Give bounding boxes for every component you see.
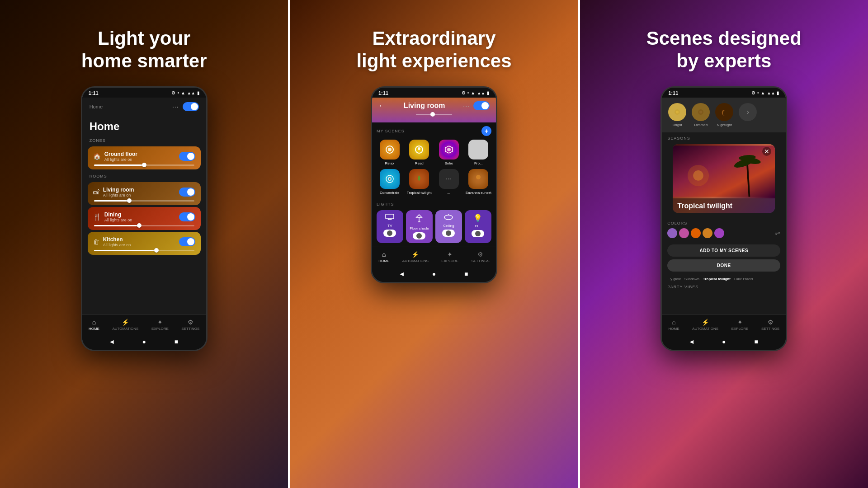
light-tv-toggle[interactable] [383, 230, 396, 237]
scene-relax[interactable]: Relax [377, 140, 403, 165]
room-power-toggle[interactable] [473, 101, 490, 110]
nav-automations-3[interactable]: ⚡ AUTOMATIONS [692, 319, 718, 331]
scene-soho[interactable]: Soho [436, 140, 462, 165]
dining-card[interactable]: 🍴 Dining All lights are on [88, 207, 201, 230]
featured-close-btn[interactable]: ✕ [762, 147, 771, 156]
dining-slider-thumb[interactable] [137, 223, 142, 228]
back-btn-2[interactable]: ◄ [397, 269, 406, 278]
preset-dimmed[interactable]: Dimmed [692, 103, 710, 127]
nav-home-1[interactable]: ⌂ HOME [89, 319, 99, 331]
status-icons-2: ⚙ • ▲ ▲▲ ▮ [462, 90, 490, 95]
light-extra[interactable]: 💡 Fl... [465, 210, 491, 243]
nav-explore-1[interactable]: ✦ EXPLORE [151, 319, 169, 331]
kitchen-slider-fill [94, 250, 156, 251]
ground-floor-card[interactable]: 🏠 Ground floor All lights are on [88, 146, 201, 169]
kitchen-power-toggle[interactable] [179, 237, 195, 246]
mini-scene-4[interactable]: Lake Placid [734, 277, 753, 281]
svg-rect-25 [673, 145, 775, 197]
back-btn-3[interactable]: ◄ [687, 337, 696, 346]
kitchen-card[interactable]: 🗑 Kitchen All lights are on [88, 232, 201, 255]
home-nav-icon-2: ⌂ [382, 251, 386, 258]
home-btn-1[interactable]: ● [140, 337, 149, 346]
scene-frost[interactable]: Fro... [465, 140, 491, 165]
light-extra-toggle[interactable] [472, 230, 484, 237]
room-status-lr: All lights are on [103, 193, 134, 197]
light-ceiling[interactable]: Ceiling [435, 210, 462, 243]
nav-explore-3[interactable]: ✦ EXPLORE [731, 319, 749, 331]
back-btn-1[interactable]: ◄ [107, 337, 116, 346]
add-to-scenes-btn[interactable]: ADD TO MY SCENES [667, 244, 780, 257]
scenes-label: MY SCENES [377, 129, 405, 133]
scenes-grid-row1: Relax Read [377, 140, 491, 165]
shuffle-colors-btn[interactable]: ⇌ [775, 230, 780, 237]
kitchen-slider-track [94, 250, 194, 251]
room-more-options[interactable]: ··· [463, 102, 470, 109]
scene-savanna[interactable]: Savanna sunset [465, 169, 491, 195]
kitchen-slider-thumb[interactable] [154, 248, 159, 253]
room-brightness-slider[interactable] [416, 114, 452, 115]
back-arrow[interactable]: ← [378, 102, 386, 110]
recents-btn-1[interactable]: ■ [172, 337, 181, 346]
room-card-left-gf: 🏠 Ground floor All lights are on [93, 151, 137, 162]
nav-settings-3[interactable]: ⚙ SETTINGS [761, 319, 779, 331]
lr-slider[interactable] [93, 200, 195, 202]
lr-power-toggle[interactable] [179, 188, 195, 197]
light-ceiling-toggle[interactable] [442, 230, 455, 237]
explore-nav-icon-1: ✦ [157, 319, 163, 326]
nav-automations-1[interactable]: ⚡ AUTOMATIONS [113, 319, 139, 331]
nav-explore-2[interactable]: ✦ EXPLORE [441, 251, 458, 263]
living-room-card[interactable]: 🛋 Living room All lights are on [88, 182, 201, 205]
scene-savanna-label: Savanna sunset [466, 191, 491, 195]
brightness-thumb [430, 112, 435, 117]
preset-bright-label: Bright [673, 123, 682, 127]
color-dot-5 [714, 228, 724, 238]
room-status-k: All lights are on [103, 243, 131, 247]
nav-automations-2[interactable]: ⚡ AUTOMATIONS [402, 251, 429, 263]
color-dot-4 [703, 228, 712, 238]
home-power-toggle[interactable] [183, 102, 199, 111]
recents-btn-2[interactable]: ■ [462, 269, 471, 278]
light-floor-shade[interactable]: Floor shade [406, 210, 433, 243]
preset-more[interactable]: › [739, 103, 757, 127]
rooms-label: ROOMS [82, 171, 206, 180]
scene-more-dots[interactable]: ··· ... [436, 169, 462, 195]
dot-icon-3: • [757, 90, 759, 95]
recents-btn-3[interactable]: ■ [752, 337, 761, 346]
nav-settings-1[interactable]: ⚙ SETTINGS [181, 319, 199, 331]
presets-bar: Bright Dimmed [662, 98, 786, 132]
scene-concentrate[interactable]: Concentrate [377, 169, 403, 195]
featured-card[interactable]: ✕ Tropical twilight [673, 144, 775, 213]
done-btn[interactable]: DONE [667, 259, 780, 272]
preset-nightlight[interactable]: Nightlight [715, 103, 733, 127]
colors-section: COLORS ⇌ [662, 218, 786, 241]
scene-tropical-label: Tropical twilight [407, 191, 432, 195]
nav-home-3[interactable]: ⌂ HOME [669, 319, 679, 331]
gf-slider-thumb[interactable] [142, 163, 146, 167]
preset-bright[interactable]: Bright [668, 103, 686, 127]
more-options-icon[interactable]: ··· [172, 103, 179, 110]
light-tv[interactable]: TV [377, 210, 403, 243]
gf-slider[interactable] [93, 164, 195, 166]
home-header: Home ··· [82, 98, 206, 116]
light-floor-shade-toggle[interactable] [413, 232, 425, 239]
scene-tropical[interactable]: Tropical twilight [406, 169, 432, 195]
mini-scene-1[interactable]: ...y glow [667, 277, 680, 281]
home-btn-3[interactable]: ● [719, 337, 728, 346]
preset-night-circle [715, 103, 733, 121]
signal-icon-2: ▲▲ [477, 91, 485, 95]
scene-read[interactable]: Read [406, 140, 432, 165]
mini-scene-3[interactable]: Tropical twilight [703, 277, 731, 281]
lr-slider-thumb[interactable] [127, 198, 132, 203]
nav-settings-2[interactable]: ⚙ SETTINGS [472, 251, 490, 263]
dining-power-toggle[interactable] [179, 212, 195, 221]
time-3: 1:11 [668, 90, 678, 96]
nav-home-2[interactable]: ⌂ HOME [378, 251, 389, 263]
gf-power-toggle[interactable] [179, 152, 195, 161]
mini-scene-2[interactable]: Sundown [684, 277, 699, 281]
kitchen-slider[interactable] [93, 250, 195, 251]
phone-bottom-bar-2: ◄ ● ■ [372, 266, 496, 282]
dining-slider[interactable] [93, 225, 195, 226]
add-scene-btn[interactable]: + [481, 126, 491, 136]
automations-nav-label-3: AUTOMATIONS [692, 327, 718, 331]
home-btn-2[interactable]: ● [429, 269, 439, 278]
